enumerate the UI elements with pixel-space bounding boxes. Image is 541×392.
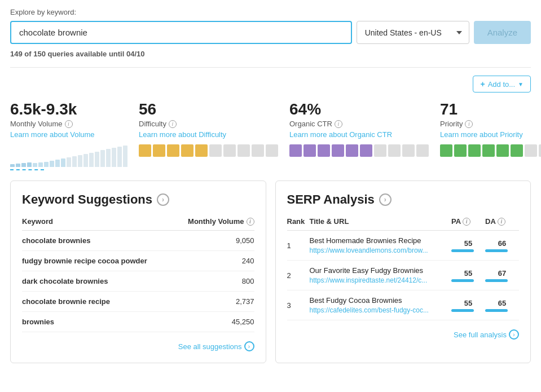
volume-trend-line [10,169,44,170]
spark-bar [10,164,15,167]
difficulty-learn-link[interactable]: Learn more about Difficulty [139,130,278,139]
queries-info: 149 of 150 queries available until 04/10 [10,50,531,58]
spark-bar [78,155,82,167]
organic-ctr-info-icon[interactable]: i [335,120,342,128]
bar-segment [454,144,467,157]
da-bar [485,279,508,282]
see-all-suggestions-link[interactable]: See all suggestions › [22,341,254,351]
pa-bar [451,279,474,282]
spark-bar [16,164,20,167]
bar-segment [496,144,509,157]
volume-label: Monthly Volume i [10,120,127,128]
search-input[interactable] [10,21,352,44]
serp-analysis-nav-icon[interactable]: › [379,193,392,206]
spark-bar [117,147,122,167]
add-to-button[interactable]: + Add to... ▼ [473,76,531,93]
keyword-cell: chocolate brownie recipe [22,292,174,312]
serp-table-row[interactable]: 3 Best Fudgy Cocoa Brownies https://cafe… [287,290,520,320]
spark-bar [61,158,65,167]
keyword-table-row[interactable]: fudgy brownie recipe cocoa powder 240 [22,251,254,271]
keyword-table-row[interactable]: chocolate brownies 9,050 [22,231,254,251]
country-select[interactable]: United States - en-US United Kingdom - e… [357,21,469,44]
bar-segment [209,144,222,157]
spark-bar [95,152,99,167]
serp-table-row[interactable]: 1 Best Homemade Brownies Recipe https://… [287,231,520,261]
volume-learn-link[interactable]: Learn more about Volume [10,130,127,139]
difficulty-info-icon[interactable]: i [169,120,177,128]
da-bar [485,309,508,312]
volume-cell: 2,737 [174,292,254,312]
explore-label: Explore by keyword: [10,8,531,16]
priority-bars [440,144,541,157]
bar-segment [525,144,537,157]
serp-url[interactable]: https://www.inspiredtaste.net/24412/c... [310,276,428,284]
keyword-suggestions-nav-icon[interactable]: › [157,193,169,206]
serp-col-title-url: Title & URL [310,217,452,231]
serp-da-cell: 66 [485,231,519,261]
keyword-table-row[interactable]: brownies 45,250 [22,312,254,332]
bar-segment [416,144,429,157]
keyword-table: Keyword Monthly Volume i chocolate brown… [22,217,254,332]
bar-segment [237,144,250,157]
serp-pa-cell: 55 [451,231,485,261]
bar-segment [181,144,193,157]
pa-value: 55 [451,239,485,248]
serp-analysis-panel: SERP Analysis › Rank Title & URL PA i [275,180,531,363]
volume-info-icon[interactable]: i [65,120,73,128]
priority-label: Priority i [440,120,541,128]
pa-bar [451,249,474,252]
priority-learn-link[interactable]: Learn more about Priority [440,130,541,139]
spark-bar [55,160,60,167]
add-to-row: + Add to... ▼ [10,76,531,93]
serp-pa-cell: 55 [451,290,485,320]
keyword-table-row[interactable]: chocolate brownie recipe 2,737 [22,292,254,312]
spark-bar [50,161,54,167]
analyze-button[interactable]: Analyze [474,21,531,44]
da-info-icon[interactable]: i [498,218,505,226]
bar-segment [388,144,401,157]
pa-info-icon[interactable]: i [463,218,470,226]
metrics-row: 6.5k-9.3k Monthly Volume i Learn more ab… [10,100,531,170]
see-full-analysis-link[interactable]: See full analysis › [287,329,520,340]
kw-volume-info-icon[interactable]: i [247,218,254,226]
serp-table: Rank Title & URL PA i DA i [287,217,520,320]
spark-bar [72,156,77,167]
da-value: 66 [485,239,519,248]
organic-ctr-label: Organic CTR i [289,120,429,128]
serp-url[interactable]: https://www.loveandlemons.com/brow... [310,246,428,254]
keyword-table-row[interactable]: dark chocolate brownies 800 [22,271,254,292]
volume-metric: 6.5k-9.3k Monthly Volume i Learn more ab… [10,100,139,170]
see-full-chevron-icon: › [509,329,519,340]
difficulty-value: 56 [139,100,278,118]
kw-col-keyword: Keyword [22,217,174,231]
volume-cell: 45,250 [174,312,254,332]
bar-segment [468,144,481,157]
keyword-suggestions-title: Keyword Suggestions › [22,192,254,207]
keyword-cell: brownies [22,312,174,332]
serp-table-row[interactable]: 2 Our Favorite Easy Fudgy Brownies https… [287,261,520,290]
serp-rank-cell: 1 [287,231,310,261]
see-all-chevron-icon: › [244,341,254,351]
serp-rank-cell: 3 [287,290,310,320]
add-to-label: Add to... [488,80,515,89]
page-wrapper: Explore by keyword: United States - en-U… [0,0,541,371]
serp-title: Best Homemade Brownies Recipe [310,236,452,245]
serp-title-url-cell: Best Fudgy Cocoa Brownies https://cafede… [310,290,452,320]
kw-col-volume: Monthly Volume i [174,217,254,231]
keyword-cell: fudgy brownie recipe cocoa powder [22,251,174,271]
bar-segment [266,144,278,157]
serp-title-url-cell: Best Homemade Brownies Recipe https://ww… [310,231,452,261]
priority-info-icon[interactable]: i [465,120,473,128]
spark-bar [44,162,49,168]
keyword-cell: dark chocolate brownies [22,271,174,292]
priority-value: 71 [440,100,541,118]
serp-col-pa: PA i [451,217,485,231]
serp-url[interactable]: https://cafedelites.com/best-fudgy-coc..… [310,306,429,314]
pa-bar [451,309,474,312]
da-value: 65 [485,299,519,307]
spark-bar [27,162,32,167]
organic-ctr-metric: 64% Organic CTR i Learn more about Organ… [289,100,440,170]
bar-segment [360,144,372,157]
spark-bar [33,163,37,167]
organic-ctr-learn-link[interactable]: Learn more about Organic CTR [289,130,429,139]
